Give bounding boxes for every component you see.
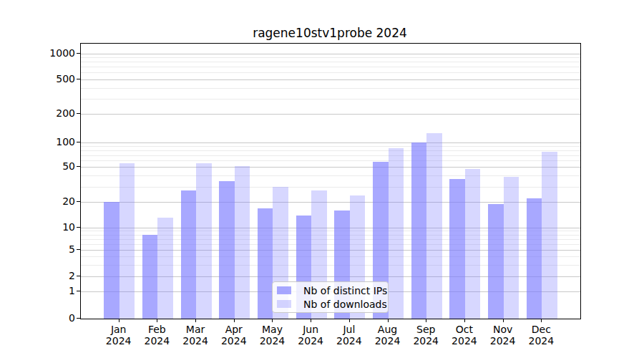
bar-distinct-ips-feb <box>142 235 158 319</box>
bar-distinct-ips-sep <box>411 142 427 319</box>
gridline-minor <box>81 99 580 100</box>
legend-label-downloads: Nb of downloads <box>303 298 387 311</box>
gridline-minor <box>81 160 580 161</box>
bar-downloads-oct <box>465 169 481 319</box>
x-tick <box>272 319 273 322</box>
gridline-major <box>81 54 580 54</box>
y-tick-label: 10 <box>0 221 75 233</box>
gridline-minor <box>81 62 580 62</box>
y-tick-label: 5 <box>0 243 75 255</box>
y-tick-label: 20 <box>0 195 75 207</box>
y-tick <box>77 227 80 228</box>
bar-downloads-nov <box>504 177 519 319</box>
bar-distinct-ips-oct <box>449 179 465 319</box>
y-tick <box>77 142 80 142</box>
x-tick <box>195 319 196 322</box>
bar-downloads-sep <box>426 133 442 319</box>
y-tick-label: 200 <box>0 107 75 119</box>
y-tick <box>77 79 80 79</box>
y-tick-label: 0 <box>0 312 75 324</box>
x-tick <box>119 319 119 322</box>
y-tick <box>77 201 80 202</box>
gridline-major <box>81 79 580 80</box>
gridline-minor <box>81 57 580 58</box>
y-tick-label: 1 <box>0 285 75 296</box>
y-tick <box>77 276 80 276</box>
gridline-major <box>81 167 580 168</box>
bar-downloads-feb <box>157 218 173 319</box>
gridline-minor <box>81 72 580 73</box>
gridline-minor <box>81 88 580 89</box>
gridline-major <box>81 114 580 115</box>
x-tick <box>349 319 350 322</box>
y-tick-label: 500 <box>0 73 75 84</box>
y-tick-label: 1000 <box>0 47 75 59</box>
y-tick <box>77 249 80 250</box>
chart-figure: ragene10stv1probe 2024 01251020501002005… <box>0 0 644 358</box>
plot-area <box>80 43 581 319</box>
bar-distinct-ips-mar <box>181 190 197 319</box>
bar-downloads-mar <box>196 163 212 319</box>
y-tick-label: 50 <box>0 160 75 172</box>
bar-distinct-ips-dec <box>527 198 542 319</box>
bar-distinct-ips-apr <box>219 181 235 319</box>
bar-distinct-ips-may <box>258 208 273 319</box>
gridline-minor <box>81 67 580 67</box>
legend: Nb of distinct IPs Nb of downloads <box>272 281 389 313</box>
y-tick-label: 2 <box>0 270 75 281</box>
x-tick <box>426 319 426 322</box>
bar-distinct-ips-jan <box>104 202 119 319</box>
gridline-minor <box>81 146 580 147</box>
bar-downloads-dec <box>542 152 557 319</box>
x-tick <box>464 319 465 322</box>
x-tick <box>311 319 311 322</box>
x-tick <box>157 319 157 322</box>
y-tick <box>77 291 80 291</box>
legend-label-distinct-ips: Nb of distinct IPs <box>303 284 387 297</box>
legend-swatch-distinct-ips-icon <box>277 286 291 294</box>
x-tick <box>234 319 235 322</box>
legend-item-downloads: Nb of downloads <box>277 297 382 311</box>
gridline-major <box>81 142 580 143</box>
gridline-minor <box>81 155 580 156</box>
chart-title: ragene10stv1probe 2024 <box>80 26 580 42</box>
y-tick <box>77 318 80 319</box>
bar-downloads-aug <box>389 148 404 319</box>
legend-item-distinct-ips: Nb of distinct IPs <box>277 284 382 297</box>
y-tick-label: 100 <box>0 136 75 147</box>
y-tick <box>77 53 80 54</box>
gridline-minor <box>81 150 580 151</box>
x-tick-label: Dec2024 <box>518 324 564 347</box>
x-tick <box>541 319 542 322</box>
y-tick <box>77 113 80 114</box>
bar-downloads-jan <box>119 163 135 319</box>
x-tick <box>503 319 504 322</box>
legend-swatch-downloads-icon <box>277 300 291 308</box>
x-tick <box>388 319 389 322</box>
bar-distinct-ips-nov <box>488 204 504 319</box>
bar-downloads-apr <box>235 166 250 319</box>
y-tick <box>77 166 80 167</box>
